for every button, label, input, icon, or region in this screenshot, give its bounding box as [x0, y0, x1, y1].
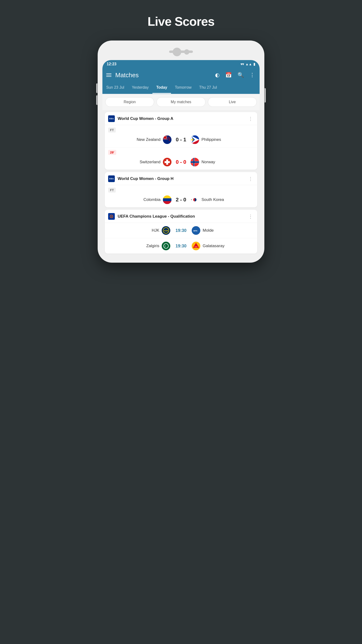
match-score-ch-no: 0 - 0 — [174, 159, 188, 165]
match-status-ft: FT — [108, 128, 116, 132]
flag-colombia — [163, 196, 171, 204]
volume-down-button — [96, 95, 97, 105]
league-name-ucl: UEFA Champions League - Qualification — [118, 214, 247, 219]
match-row-nz-ph: FT New Zealand — [105, 125, 257, 148]
status-icons: ▾▾ ▲▲ ▮ — [241, 62, 255, 66]
match-time-hjk-molde: 19:30 — [173, 228, 189, 233]
hamburger-line — [106, 74, 111, 74]
svg-point-12 — [168, 138, 169, 139]
league-header-wc-group-a: FIFA World Cup Women - Group A ⋮ — [105, 112, 257, 125]
tab-thu-27-jul[interactable]: Thu 27 Jul — [195, 82, 221, 94]
tab-today[interactable]: Today — [152, 82, 171, 94]
match-row-ch-no: 29' Switzerland 0 - 0 — [105, 148, 257, 170]
league-card-wc-group-a: FIFA World Cup Women - Group A ⋮ FT New … — [105, 112, 257, 170]
wifi-icon: ▾▾ — [241, 62, 244, 66]
match-teams-zal-gal: Zalgiris Z 19:30 — [108, 241, 254, 251]
league-name-wc-group-h: World Cup Women - Group H — [118, 176, 247, 181]
home-team-nz: New Zealand — [134, 137, 161, 142]
league-more-icon[interactable]: ⋮ — [247, 116, 254, 122]
hamburger-line — [106, 76, 111, 77]
flag-norway — [191, 158, 199, 166]
match-row-zalgiris-galatasaray: Zalgiris Z 19:30 — [105, 238, 257, 254]
region-filter-pill[interactable]: Region — [105, 97, 154, 107]
league-header-wc-group-h: FIFA World Cup Women - Group H ⋮ — [105, 172, 257, 185]
fifa-icon-h: FIFA — [108, 176, 115, 182]
svg-text:Z: Z — [165, 245, 166, 248]
app-title: Matches — [115, 72, 210, 79]
away-team-kr: South Korea — [201, 197, 228, 202]
home-team-hjk: HJK — [133, 228, 159, 233]
galatasaray-badge: GS — [192, 242, 200, 250]
live-filter-pill[interactable]: Live — [208, 97, 257, 107]
battery-icon: ▮ — [253, 62, 255, 66]
match-status-ft-co: FT — [108, 188, 116, 192]
svg-text:☀: ☀ — [192, 139, 194, 141]
svg-point-40 — [162, 242, 170, 250]
svg-text:GS: GS — [195, 246, 197, 248]
status-time: 12:23 — [107, 62, 116, 66]
svg-rect-28 — [163, 201, 171, 204]
speaker — [169, 50, 193, 53]
away-team-ph: Philippines — [201, 137, 228, 142]
menu-icon[interactable] — [106, 74, 111, 77]
flag-south-korea: ☯ — [191, 196, 199, 204]
away-team-galatasaray: Galatasaray — [203, 244, 229, 248]
svg-rect-19 — [165, 161, 170, 163]
molde-badge: MFK — [192, 226, 200, 235]
filter-pills: Region My matches Live — [102, 94, 260, 110]
match-teams-ch-no: Switzerland 0 - 0 — [108, 157, 254, 167]
match-row-hjk-molde: HJK HJK 19:30 MFK — [105, 223, 257, 238]
home-team-co: Colombia — [134, 197, 161, 202]
match-score-nz-ph: 0 - 1 — [174, 136, 188, 143]
away-team-molde: Molde — [203, 228, 229, 233]
my-matches-filter-pill[interactable]: My matches — [156, 97, 205, 107]
search-icon[interactable]: 🔍 — [237, 71, 245, 79]
away-team-no: Norway — [201, 160, 228, 164]
flag-philippines: ☀ — [191, 136, 199, 144]
league-more-icon-ucl[interactable]: ⋮ — [247, 214, 254, 219]
tab-sun-23-jul[interactable]: Sun 23 Jul — [102, 82, 128, 94]
tab-tomorrow[interactable]: Tomorrow — [171, 82, 195, 94]
fifa-icon: FIFA — [108, 115, 115, 122]
tab-yesterday[interactable]: Yesterday — [128, 82, 153, 94]
svg-text:HJK: HJK — [164, 230, 169, 232]
home-team-ch: Switzerland — [134, 160, 161, 164]
svg-rect-25 — [193, 158, 194, 166]
home-team-zalgiris: Zalgiris — [133, 244, 159, 248]
hamburger-line — [106, 75, 111, 75]
clock-icon[interactable]: ◐ — [214, 71, 221, 79]
svg-rect-27 — [163, 198, 171, 201]
league-card-ucl: UEFA Champions League - Qualification ⋮ … — [105, 210, 257, 254]
svg-point-34 — [111, 216, 112, 217]
uefa-icon — [108, 213, 115, 220]
flag-new-zealand — [163, 136, 171, 144]
match-score-co-kr: 2 - 0 — [174, 197, 188, 203]
signal-icon: ▲▲ — [245, 62, 252, 66]
phone-notch — [102, 48, 260, 56]
svg-point-10 — [168, 137, 169, 138]
match-teams-hjk-molde: HJK HJK 19:30 MFK — [108, 225, 254, 236]
league-header-ucl: UEFA Champions League - Qualification ⋮ — [105, 210, 257, 223]
app-header: Matches ◐ 📅 🔍 ⋮ — [102, 68, 260, 82]
match-row-co-kr: FT Colombia — [105, 185, 257, 207]
date-tabs: Sun 23 Jul Yesterday Today Tomorrow Thu … — [102, 82, 260, 94]
more-vertical-icon[interactable]: ⋮ — [249, 71, 256, 79]
hjk-badge: HJK — [162, 226, 170, 235]
svg-rect-24 — [191, 161, 199, 163]
calendar-icon[interactable]: 📅 — [224, 71, 233, 79]
svg-text:MFK: MFK — [193, 230, 198, 232]
content-area: FIFA World Cup Women - Group A ⋮ FT New … — [102, 110, 260, 256]
status-bar: 12:23 ▾▾ ▲▲ ▮ — [102, 60, 260, 68]
phone-screen: 12:23 ▾▾ ▲▲ ▮ Matches ◐ 📅 🔍 ⋮ Sun 23 Jul… — [102, 60, 260, 256]
match-time-zal-gal: 19:30 — [173, 244, 189, 248]
phone-frame: 12:23 ▾▾ ▲▲ ▮ Matches ◐ 📅 🔍 ⋮ Sun 23 Jul… — [98, 40, 264, 263]
match-teams-co-kr: Colombia 2 - — [108, 194, 254, 205]
zalgiris-badge: Z — [162, 242, 170, 250]
svg-point-13 — [169, 140, 170, 140]
page-title: Live Scores — [148, 14, 215, 28]
match-teams-nz-ph: New Zealand — [108, 134, 254, 145]
match-status-live-29: 29' — [108, 150, 116, 155]
league-name-wc-group-a: World Cup Women - Group A — [118, 116, 247, 121]
league-more-icon-h[interactable]: ⋮ — [247, 176, 254, 182]
svg-point-11 — [169, 138, 170, 139]
